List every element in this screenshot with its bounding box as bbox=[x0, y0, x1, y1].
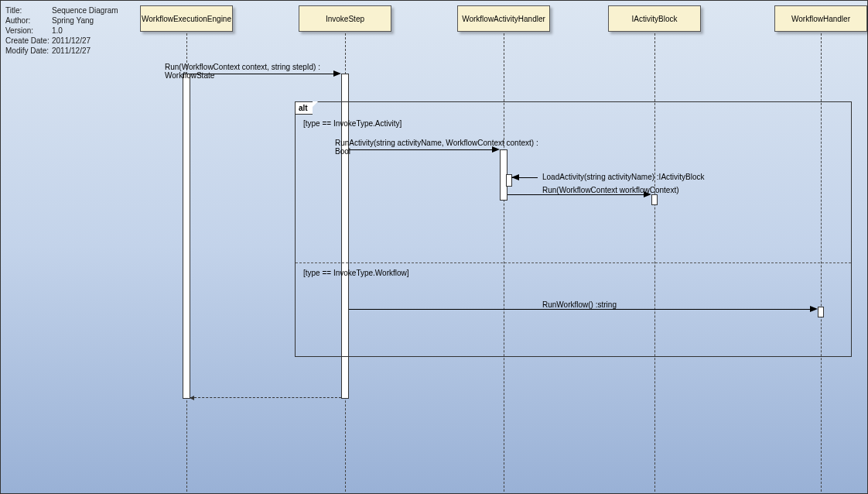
return-line bbox=[190, 397, 341, 398]
lifeline-workflow-handler: WorkflowHandler bbox=[774, 5, 867, 32]
meta-create-key: Create Date: bbox=[5, 36, 52, 46]
arrow-right-icon bbox=[333, 70, 341, 77]
msg-run-activity-label: RunActivity(string activityName, Workflo… bbox=[335, 139, 513, 156]
alt-guard-1: [type == InvokeType.Activity] bbox=[303, 119, 402, 128]
meta-create-val: 2011/12/27 bbox=[52, 36, 91, 46]
meta-author-val: Spring Yang bbox=[52, 15, 94, 26]
diagram-metadata: Title:Sequence Diagram Author:Spring Yan… bbox=[5, 5, 118, 56]
meta-title-val: Sequence Diagram bbox=[52, 5, 118, 15]
lifeline-label: IActivityBlock bbox=[632, 15, 678, 23]
alt-operator-tag: alt bbox=[295, 101, 313, 115]
arrow-left-open-icon: ◂ bbox=[190, 395, 194, 400]
lifeline-iactivity-block: IActivityBlock bbox=[608, 5, 701, 32]
meta-modify-key: Modify Date: bbox=[5, 46, 52, 56]
arrow-right-icon bbox=[492, 146, 500, 153]
msg-run-workflow-line bbox=[349, 309, 814, 310]
arrow-right-icon bbox=[810, 306, 818, 312]
meta-version-key: Version: bbox=[5, 26, 52, 36]
alt-operator-label: alt bbox=[299, 104, 308, 112]
lifeline-invoke-step: InvokeStep bbox=[299, 5, 391, 32]
sequence-diagram-canvas: Title:Sequence Diagram Author:Spring Yan… bbox=[0, 0, 868, 494]
meta-author-key: Author: bbox=[5, 15, 52, 26]
meta-title-key: Title: bbox=[5, 5, 52, 15]
lifeline-label: WorkflowExecutionEngine bbox=[142, 15, 231, 23]
lifeline-label: InvokeStep bbox=[326, 15, 364, 23]
msg-run-activity-line bbox=[349, 149, 496, 150]
lifeline-workflow-execution-engine: WorkflowExecutionEngine bbox=[140, 5, 233, 32]
arrow-left-icon bbox=[511, 174, 519, 180]
msg-load-activity-label: LoadActivity(string activityName) :IActi… bbox=[542, 173, 705, 181]
lifeline-label: WorkflowHandler bbox=[791, 15, 850, 23]
alt-guard-2: [type == InvokeType.Workflow] bbox=[303, 269, 409, 277]
msg-run-line bbox=[190, 74, 337, 74]
meta-version-val: 1.0 bbox=[52, 26, 63, 36]
activation-workflow-execution-engine bbox=[183, 74, 190, 399]
lifeline-label: WorkflowActivityHandler bbox=[462, 15, 545, 23]
msg-run-workflow-label: RunWorkflow() :string bbox=[542, 300, 617, 309]
alt-divider bbox=[296, 262, 851, 263]
lifeline-workflow-activity-handler: WorkflowActivityHandler bbox=[457, 5, 550, 32]
meta-modify-val: 2011/12/27 bbox=[52, 46, 91, 56]
msg-run-context-line bbox=[507, 194, 648, 195]
msg-run-context-label: Run(WorkflowContext workflowContext) bbox=[542, 186, 679, 194]
msg-run-label: Run(WorkflowContext context, string step… bbox=[165, 63, 335, 80]
